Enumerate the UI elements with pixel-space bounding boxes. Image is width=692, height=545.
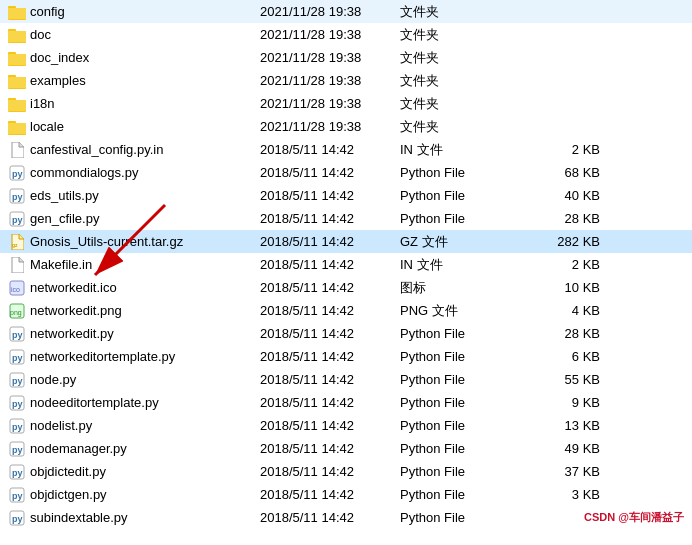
file-size: 13 KB <box>520 418 600 433</box>
file-date: 2021/11/28 19:38 <box>260 50 400 65</box>
file-size: 37 KB <box>520 464 600 479</box>
file-name: Gnosis_Utils-current.tar.gz <box>30 234 260 249</box>
file-date: 2018/5/11 14:42 <box>260 326 400 341</box>
svg-rect-2 <box>8 8 26 19</box>
table-row[interactable]: py subindextable.py 2018/5/11 14:42 Pyth… <box>0 506 692 529</box>
file-type: Python File <box>400 487 520 502</box>
file-icon: png <box>8 302 26 320</box>
table-row[interactable]: py gen_cfile.py 2018/5/11 14:42 Python F… <box>0 207 692 230</box>
file-name: nodeeditortemplate.py <box>30 395 260 410</box>
table-row[interactable]: py eds_utils.py 2018/5/11 14:42 Python F… <box>0 184 692 207</box>
file-icon: py <box>8 164 26 182</box>
svg-rect-14 <box>8 100 26 111</box>
file-size: 28 KB <box>520 326 600 341</box>
file-size: 6 KB <box>520 349 600 364</box>
svg-text:py: py <box>12 376 23 386</box>
file-type: Python File <box>400 395 520 410</box>
file-name: config <box>30 4 260 19</box>
file-date: 2018/5/11 14:42 <box>260 418 400 433</box>
file-name: nodemanager.py <box>30 441 260 456</box>
table-row[interactable]: py commondialogs.py 2018/5/11 14:42 Pyth… <box>0 161 692 184</box>
file-type: Python File <box>400 326 520 341</box>
svg-text:py: py <box>12 422 23 432</box>
file-date: 2021/11/28 19:38 <box>260 27 400 42</box>
svg-text:py: py <box>12 353 23 363</box>
file-type: IN 文件 <box>400 256 520 274</box>
file-date: 2018/5/11 14:42 <box>260 372 400 387</box>
table-row[interactable]: py node.py 2018/5/11 14:42 Python File 5… <box>0 368 692 391</box>
file-icon: py <box>8 371 26 389</box>
file-list: config 2021/11/28 19:38 文件夹 doc 2021/11/… <box>0 0 692 529</box>
table-row[interactable]: examples 2021/11/28 19:38 文件夹 <box>0 69 692 92</box>
file-type: Python File <box>400 165 520 180</box>
svg-text:py: py <box>12 330 23 340</box>
file-icon <box>8 3 26 21</box>
table-row[interactable]: py networkeditortemplate.py 2018/5/11 14… <box>0 345 692 368</box>
file-date: 2018/5/11 14:42 <box>260 280 400 295</box>
file-name: canfestival_config.py.in <box>30 142 260 157</box>
file-type: 文件夹 <box>400 26 520 44</box>
table-row[interactable]: py nodeeditortemplate.py 2018/5/11 14:42… <box>0 391 692 414</box>
file-type: Python File <box>400 372 520 387</box>
file-name: doc_index <box>30 50 260 65</box>
file-name: nodelist.py <box>30 418 260 433</box>
table-row[interactable]: config 2021/11/28 19:38 文件夹 <box>0 0 692 23</box>
file-name: objdictgen.py <box>30 487 260 502</box>
file-name: eds_utils.py <box>30 188 260 203</box>
file-date: 2018/5/11 14:42 <box>260 142 400 157</box>
table-row[interactable]: doc_index 2021/11/28 19:38 文件夹 <box>0 46 692 69</box>
table-row[interactable]: gz Gnosis_Utils-current.tar.gz 2018/5/11… <box>0 230 692 253</box>
svg-rect-8 <box>8 54 26 65</box>
file-type: PNG 文件 <box>400 302 520 320</box>
file-name: networkedit.py <box>30 326 260 341</box>
file-icon <box>8 49 26 67</box>
file-size: 28 KB <box>520 211 600 226</box>
file-date: 2018/5/11 14:42 <box>260 487 400 502</box>
table-row[interactable]: py objdictedit.py 2018/5/11 14:42 Python… <box>0 460 692 483</box>
svg-text:py: py <box>12 192 23 202</box>
file-icon <box>8 256 26 274</box>
table-row[interactable]: ico networkedit.ico 2018/5/11 14:42 图标 1… <box>0 276 692 299</box>
file-size: 2 KB <box>520 142 600 157</box>
file-size: 55 KB <box>520 372 600 387</box>
svg-text:py: py <box>12 491 23 501</box>
file-date: 2018/5/11 14:42 <box>260 234 400 249</box>
table-row[interactable]: py nodemanager.py 2018/5/11 14:42 Python… <box>0 437 692 460</box>
svg-rect-11 <box>8 77 26 88</box>
table-row[interactable]: Makefile.in 2018/5/11 14:42 IN 文件 2 KB <box>0 253 692 276</box>
table-row[interactable]: canfestival_config.py.in 2018/5/11 14:42… <box>0 138 692 161</box>
svg-text:ico: ico <box>11 286 20 293</box>
file-date: 2018/5/11 14:42 <box>260 165 400 180</box>
file-name: locale <box>30 119 260 134</box>
file-date: 2018/5/11 14:42 <box>260 510 400 525</box>
file-date: 2021/11/28 19:38 <box>260 73 400 88</box>
file-name: networkeditortemplate.py <box>30 349 260 364</box>
file-name: gen_cfile.py <box>30 211 260 226</box>
table-row[interactable]: doc 2021/11/28 19:38 文件夹 <box>0 23 692 46</box>
file-type: GZ 文件 <box>400 233 520 251</box>
file-type: 文件夹 <box>400 95 520 113</box>
file-date: 2018/5/11 14:42 <box>260 441 400 456</box>
file-date: 2018/5/11 14:42 <box>260 303 400 318</box>
svg-text:py: py <box>12 445 23 455</box>
table-row[interactable]: i18n 2021/11/28 19:38 文件夹 <box>0 92 692 115</box>
file-type: 文件夹 <box>400 49 520 67</box>
table-row[interactable]: locale 2021/11/28 19:38 文件夹 <box>0 115 692 138</box>
file-date: 2018/5/11 14:42 <box>260 395 400 410</box>
file-name: doc <box>30 27 260 42</box>
svg-text:py: py <box>12 399 23 409</box>
file-type: 文件夹 <box>400 3 520 21</box>
svg-text:png: png <box>10 309 22 317</box>
table-row[interactable]: py nodelist.py 2018/5/11 14:42 Python Fi… <box>0 414 692 437</box>
svg-rect-17 <box>8 123 26 134</box>
svg-text:py: py <box>12 514 23 524</box>
file-date: 2018/5/11 14:42 <box>260 188 400 203</box>
file-icon: py <box>8 394 26 412</box>
file-icon: py <box>8 325 26 343</box>
file-name: node.py <box>30 372 260 387</box>
svg-rect-5 <box>8 31 26 42</box>
table-row[interactable]: py networkedit.py 2018/5/11 14:42 Python… <box>0 322 692 345</box>
table-row[interactable]: py objdictgen.py 2018/5/11 14:42 Python … <box>0 483 692 506</box>
table-row[interactable]: png networkedit.png 2018/5/11 14:42 PNG … <box>0 299 692 322</box>
file-date: 2018/5/11 14:42 <box>260 211 400 226</box>
